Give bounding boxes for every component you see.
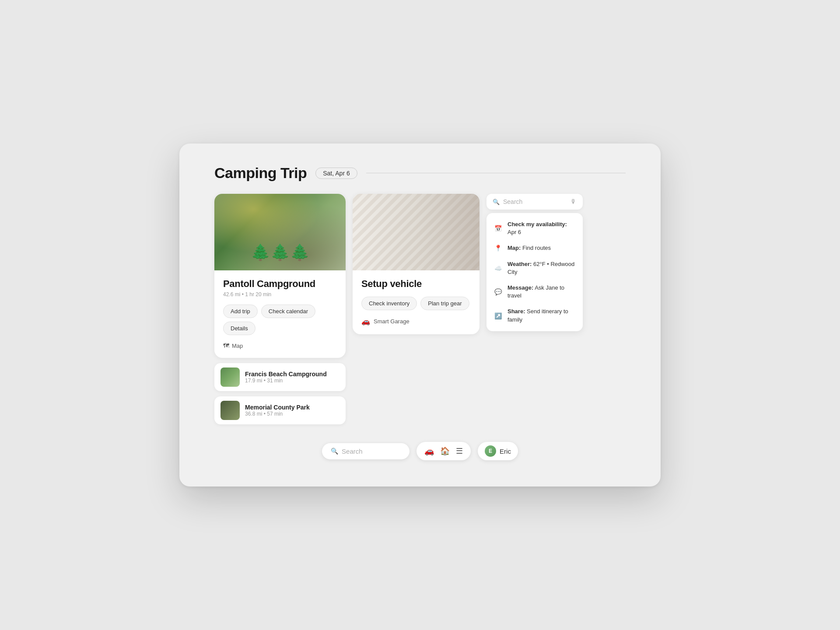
vehicle-title: Setup vehicle: [361, 278, 471, 290]
user-initial: E: [489, 448, 492, 454]
mic-icon[interactable]: 🎙: [570, 198, 577, 205]
suggestion-share[interactable]: ↗️ Share: Send itinerary to family: [486, 304, 583, 327]
toolbar-icons: 🚗 🏠 ☰: [416, 442, 471, 460]
memorial-park-info: Memorial County Park 36.8 mi • 57 min: [245, 404, 340, 417]
message-icon: 💬: [494, 288, 502, 295]
user-avatar: E: [485, 445, 496, 457]
page-title: Camping Trip: [214, 164, 307, 182]
search-icon: 🔍: [493, 199, 500, 205]
map-icon: 🗺: [223, 342, 229, 349]
header-divider: [366, 173, 626, 173]
bottom-search-pill[interactable]: 🔍 Search: [322, 443, 410, 459]
suggestion-calendar-text: Check my availability: Apr 6: [508, 220, 576, 236]
pantoll-subtitle: 42.6 mi • 1 hr 20 min: [223, 291, 337, 298]
memorial-park-meta: 36.8 mi • 57 min: [245, 411, 340, 417]
right-panel: 🔍 Search 🎙 📅 Check my availability: Apr …: [486, 194, 583, 331]
suggestions-search-placeholder: Search: [503, 198, 567, 205]
francis-beach-info: Francis Beach Campground 17.9 mi • 31 mi…: [245, 371, 340, 384]
vehicle-card-body: Setup vehicle Check inventory Plan trip …: [353, 270, 480, 334]
suggestions-search-box[interactable]: 🔍 Search 🎙: [486, 194, 583, 210]
suggestion-weather-text: Weather: 62°F • Redwood City: [508, 260, 576, 276]
map-pin-icon: 📍: [494, 245, 502, 252]
suggestion-message-text: Message: Ask Jane to travel: [508, 284, 576, 300]
date-badge: Sat, Apr 6: [315, 168, 357, 179]
user-pill[interactable]: E Eric: [478, 442, 518, 460]
toolbar-menu-icon[interactable]: ☰: [456, 446, 463, 456]
cloud-icon: ☁️: [494, 265, 502, 272]
suggestion-weather[interactable]: ☁️ Weather: 62°F • Redwood City: [486, 256, 583, 280]
toolbar-garage-icon[interactable]: 🚗: [424, 446, 434, 456]
details-button[interactable]: Details: [223, 322, 256, 335]
add-trip-button[interactable]: Add trip: [223, 304, 258, 318]
pantoll-buttons: Add trip Check calendar Details: [223, 304, 337, 335]
pantoll-image: [214, 194, 346, 270]
suggestion-message[interactable]: 💬 Message: Ask Jane to travel: [486, 280, 583, 304]
plan-trip-gear-button[interactable]: Plan trip gear: [420, 297, 469, 310]
suggestion-calendar[interactable]: 📅 Check my availability: Apr 6: [486, 217, 583, 240]
check-inventory-button[interactable]: Check inventory: [361, 297, 417, 310]
bottom-search-icon: 🔍: [331, 448, 338, 455]
francis-beach-meta: 17.9 mi • 31 min: [245, 378, 340, 384]
vehicle-card: Setup vehicle Check inventory Plan trip …: [353, 194, 480, 334]
smart-garage-label: Smart Garage: [374, 318, 410, 325]
memorial-park-name: Memorial County Park: [245, 404, 340, 411]
pantoll-card: Pantoll Campground 42.6 mi • 1 hr 20 min…: [214, 194, 346, 358]
suggestions-panel: 📅 Check my availability: Apr 6 📍 Map: Fi…: [486, 213, 583, 331]
memorial-park-item[interactable]: Memorial County Park 36.8 mi • 57 min: [214, 396, 346, 424]
calendar-icon: 📅: [494, 225, 502, 232]
vehicle-image: [353, 194, 480, 270]
pantoll-card-body: Pantoll Campground 42.6 mi • 1 hr 20 min…: [214, 270, 346, 358]
pantoll-title: Pantoll Campground: [223, 278, 337, 290]
left-column: Pantoll Campground 42.6 mi • 1 hr 20 min…: [214, 194, 346, 424]
suggestion-map-text: Map: Find routes: [508, 244, 551, 252]
user-name: Eric: [500, 448, 511, 455]
bottom-search-text: Search: [342, 448, 363, 455]
pantoll-footer: 🗺 Map: [223, 342, 337, 349]
francis-beach-thumb: [220, 368, 240, 387]
suggestion-map[interactable]: 📍 Map: Find routes: [486, 240, 583, 256]
francis-beach-item[interactable]: Francis Beach Campground 17.9 mi • 31 mi…: [214, 363, 346, 391]
check-calendar-button[interactable]: Check calendar: [261, 304, 315, 318]
bottom-bar: 🔍 Search 🚗 🏠 ☰ E Eric: [214, 442, 626, 460]
vehicle-buttons: Check inventory Plan trip gear: [361, 297, 471, 310]
main-device: Camping Trip Sat, Apr 6 Pantoll Campgrou…: [179, 144, 661, 486]
memorial-park-thumb: [220, 401, 240, 420]
suggestion-share-text: Share: Send itinerary to family: [508, 308, 576, 323]
toolbar-home-icon[interactable]: 🏠: [440, 446, 450, 456]
header: Camping Trip Sat, Apr 6: [214, 164, 626, 182]
francis-beach-name: Francis Beach Campground: [245, 371, 340, 378]
share-icon: ↗️: [494, 312, 502, 319]
smart-garage-footer: 🚗 Smart Garage: [361, 317, 471, 326]
map-label: Map: [232, 343, 243, 349]
garage-icon: 🚗: [361, 317, 370, 326]
